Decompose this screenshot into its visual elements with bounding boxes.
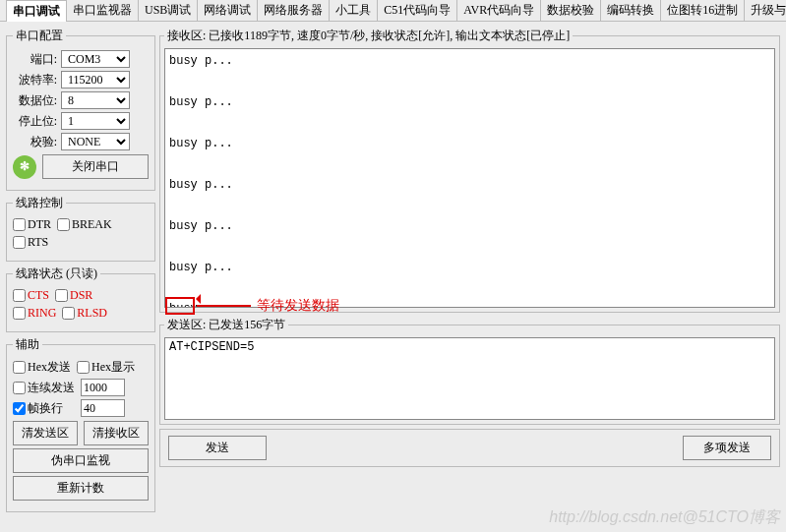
tab-11[interactable]: 升级与配置 [744, 0, 786, 21]
data-label: 数据位: [13, 92, 57, 109]
hex-send-checkbox[interactable]: Hex发送 [13, 359, 71, 376]
tab-7[interactable]: AVR代码向导 [456, 0, 541, 21]
parity-label: 校验: [13, 134, 57, 150]
dtr-checkbox[interactable]: DTR [13, 217, 51, 232]
tab-1[interactable]: 串口监视器 [66, 0, 139, 21]
tab-0[interactable]: 串口调试 [6, 0, 67, 22]
rlsd-status: RLSD [62, 306, 107, 321]
serial-config-title: 串口配置 [13, 28, 66, 44]
data-select[interactable]: 8 [61, 91, 130, 109]
cts-status: CTS [13, 288, 49, 303]
tab-9[interactable]: 编码转换 [600, 0, 661, 21]
line-control-title: 线路控制 [13, 195, 66, 211]
aux-group: 辅助 Hex发送 Hex显示 连续发送 帧换行 清发送区 清接收区 伪串口监视 … [6, 336, 155, 512]
receive-area-title: 接收区: 已接收1189字节, 速度0字节/秒, 接收状态[允许], 输出文本状… [164, 28, 573, 44]
line-wrap-checkbox[interactable]: 帧换行 [13, 399, 63, 417]
tab-4[interactable]: 网络服务器 [257, 0, 330, 21]
tab-2[interactable]: USB调试 [138, 0, 198, 21]
receive-area-group: 接收区: 已接收1189字节, 速度0字节/秒, 接收状态[允许], 输出文本状… [159, 28, 780, 313]
watermark-text: http://blog.csdn.net@51CTO博客 [549, 507, 780, 528]
recount-button[interactable]: 重新计数 [13, 476, 149, 501]
send-area-title: 发送区: 已发送156字节 [164, 317, 288, 333]
ring-status: RING [13, 306, 56, 321]
hex-show-checkbox[interactable]: Hex显示 [77, 359, 135, 376]
rts-checkbox[interactable]: RTS [13, 235, 48, 250]
port-select[interactable]: COM3 [61, 50, 130, 68]
line-status-group: 线路状态 (只读) CTS DSR RING RLSD [6, 266, 155, 332]
serial-config-group: 串口配置 端口:COM3 波特率:115200 数据位:8 停止位:1 校验:N… [6, 28, 155, 191]
line-control-group: 线路控制 DTR BREAK RTS [6, 195, 155, 262]
send-textarea[interactable]: AT+CIPSEND=5 [164, 337, 775, 420]
tab-10[interactable]: 位图转16进制 [660, 0, 745, 21]
clear-recv-button[interactable]: 清接收区 [84, 421, 149, 445]
connection-status-icon: ✻ [13, 155, 36, 179]
aux-title: 辅助 [13, 336, 42, 353]
cont-send-interval[interactable] [81, 379, 125, 396]
dsr-status: DSR [55, 288, 92, 303]
tab-6[interactable]: C51代码向导 [377, 0, 457, 21]
tab-5[interactable]: 小工具 [329, 0, 378, 21]
multi-send-button[interactable]: 多项发送 [683, 436, 771, 460]
line-status-title: 线路状态 (只读) [13, 266, 100, 282]
stop-select[interactable]: 1 [61, 112, 130, 130]
stop-label: 停止位: [13, 113, 57, 130]
parity-select[interactable]: NONE [61, 133, 130, 150]
port-label: 端口: [13, 51, 57, 68]
baud-label: 波特率: [13, 72, 57, 89]
tab-8[interactable]: 数据校验 [540, 0, 601, 21]
line-wrap-value[interactable] [81, 399, 125, 417]
clear-send-button[interactable]: 清发送区 [13, 421, 78, 445]
send-button[interactable]: 发送 [168, 436, 267, 460]
tab-3[interactable]: 网络调试 [197, 0, 258, 21]
break-checkbox[interactable]: BREAK [57, 217, 112, 232]
pseudo-monitor-button[interactable]: 伪串口监视 [13, 448, 149, 473]
tab-bar: 串口调试串口监视器USB调试网络调试网络服务器小工具C51代码向导AVR代码向导… [0, 0, 786, 22]
send-area-group: 发送区: 已发送156字节 AT+CIPSEND=5 [159, 317, 780, 425]
close-port-button[interactable]: 关闭串口 [42, 154, 149, 179]
cont-send-checkbox[interactable]: 连续发送 [13, 379, 75, 396]
baud-select[interactable]: 115200 [61, 71, 130, 89]
receive-textarea[interactable]: busy p... busy p... busy p... busy p... … [164, 48, 775, 308]
